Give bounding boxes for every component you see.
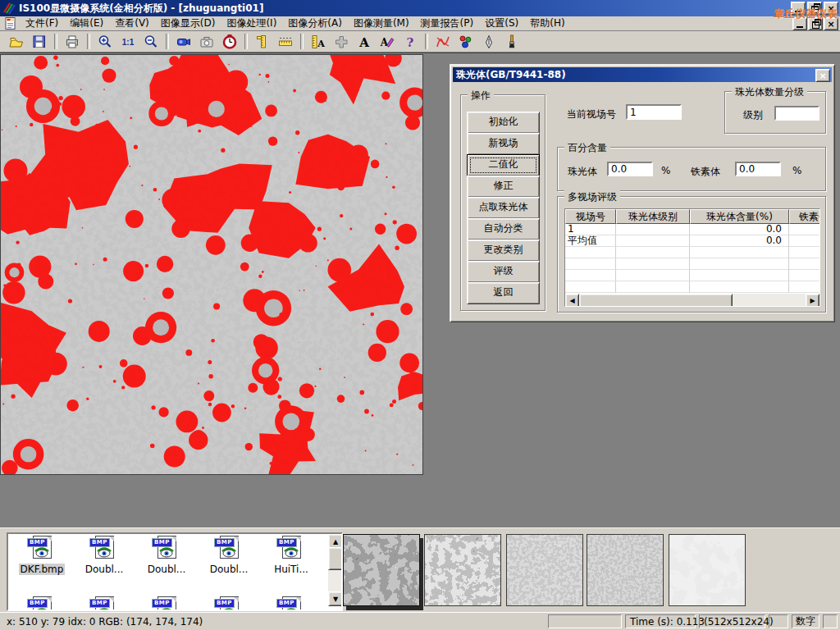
- text-edit-icon[interactable]: A: [377, 32, 398, 51]
- thumbnail-5[interactable]: [669, 534, 746, 606]
- restore-icon: [812, 21, 819, 29]
- table-row[interactable]: [565, 281, 820, 293]
- file-list[interactable]: BMPDKF.bmpBMPDoubl...BMPDoubl...BMPDoubl…: [7, 532, 343, 611]
- toolbar: 1:1 A A A ?: [0, 31, 840, 52]
- measure-font-icon[interactable]: A: [308, 32, 329, 51]
- current-field-input[interactable]: [626, 104, 682, 120]
- brush-icon[interactable]: [501, 32, 523, 51]
- change-class-button[interactable]: 更改类别: [467, 240, 540, 262]
- vendor-watermark: 章丘仪器仪表: [774, 7, 838, 21]
- table-row[interactable]: [565, 270, 820, 281]
- menu-edit[interactable]: 编辑(E): [64, 16, 109, 31]
- new-field-button[interactable]: 新视场: [467, 133, 540, 155]
- document-icon[interactable]: [3, 16, 17, 30]
- pen-icon[interactable]: [478, 32, 500, 51]
- file-item[interactable]: BMPDoubl...: [74, 536, 135, 575]
- col-pearlite[interactable]: 珠光体含量(%): [690, 209, 789, 224]
- grade-level-label: 级别: [743, 108, 763, 122]
- ferrite-percent-input[interactable]: [735, 162, 781, 176]
- file-item[interactable]: BMP: [199, 596, 259, 611]
- operations-group: 操作 初始化 新视场 二值化 修正 点取珠光体 自动分类 更改类别 评级 返回: [460, 94, 546, 311]
- menu-image-display[interactable]: 图像显示(D): [155, 16, 221, 31]
- bmp-badge: BMP: [214, 538, 235, 547]
- image-eye-icon: [221, 546, 237, 558]
- zoom-in-icon[interactable]: [94, 32, 116, 51]
- bmp-badge: BMP: [152, 538, 172, 547]
- save-icon[interactable]: [29, 32, 50, 51]
- bmp-file-icon: BMP: [215, 536, 243, 562]
- grid-cross-icon[interactable]: [331, 32, 352, 51]
- file-item[interactable]: BMPDoubl...: [136, 536, 197, 575]
- menu-file[interactable]: 文件(F): [20, 16, 64, 31]
- file-item[interactable]: BMP: [136, 596, 197, 611]
- menu-image-analysis[interactable]: 图像分析(A): [282, 16, 348, 31]
- pearlite-percent-input[interactable]: [607, 162, 653, 176]
- col-field[interactable]: 视场号: [565, 209, 616, 224]
- auto-classify-button[interactable]: 自动分类: [467, 218, 540, 240]
- ruler-icon[interactable]: [275, 32, 296, 51]
- scrollbar-thumb[interactable]: [579, 294, 733, 307]
- table-row[interactable]: 1 0.0: [565, 224, 820, 235]
- dialog-close-button[interactable]: ×: [815, 69, 830, 82]
- menu-image-measure[interactable]: 图像测量(M): [348, 16, 415, 31]
- table-row[interactable]: [565, 258, 820, 270]
- file-item[interactable]: BMPHuiTi...: [261, 536, 322, 575]
- col-grade[interactable]: 珠光体级别: [616, 209, 690, 224]
- pick-pearlite-button[interactable]: 点取珠光体: [467, 197, 540, 219]
- bmp-badge: BMP: [89, 599, 110, 608]
- scroll-down-icon[interactable]: ▼: [328, 591, 343, 606]
- table-hscrollbar[interactable]: ◀ ▶: [565, 294, 819, 306]
- count-marker-icon[interactable]: [455, 32, 477, 51]
- grade-button[interactable]: 评级: [467, 261, 540, 283]
- menu-measure-report[interactable]: 测量报告(P): [415, 16, 480, 31]
- actual-size-icon[interactable]: 1:1: [117, 32, 139, 51]
- bmp-file-icon: BMP: [153, 536, 180, 562]
- correct-button[interactable]: 修正: [467, 176, 540, 198]
- thumbnail-4[interactable]: [587, 534, 664, 606]
- return-button[interactable]: 返回: [467, 282, 540, 304]
- text-icon[interactable]: A: [354, 32, 375, 51]
- scroll-left-icon[interactable]: ◀: [565, 294, 579, 307]
- scrollbar-track[interactable]: [733, 294, 806, 306]
- menu-settings[interactable]: 设置(S): [479, 16, 524, 31]
- menu-view[interactable]: 查看(V): [109, 16, 155, 31]
- help-icon[interactable]: ?: [399, 32, 421, 51]
- menu-help[interactable]: 帮助(H): [524, 16, 570, 31]
- group-caption: 操作: [468, 89, 494, 103]
- caliper-icon[interactable]: [252, 32, 273, 51]
- scrollbar-thumb[interactable]: [328, 547, 343, 570]
- col-ferrite[interactable]: 铁素体: [789, 209, 820, 224]
- file-item[interactable]: BMPDKF.bmp: [11, 536, 72, 575]
- metallographic-image[interactable]: [0, 54, 423, 475]
- timer-icon[interactable]: [219, 32, 240, 51]
- zoom-out-icon[interactable]: [140, 32, 162, 51]
- menu-image-processing[interactable]: 图像处理(I): [221, 16, 282, 31]
- table-row[interactable]: [565, 247, 820, 258]
- camera-icon[interactable]: [196, 32, 217, 51]
- current-field-label: 当前视场号: [567, 107, 616, 121]
- open-folder-icon[interactable]: [6, 32, 27, 51]
- bmp-badge: BMP: [27, 538, 48, 547]
- grade-level-input[interactable]: [774, 106, 819, 121]
- scroll-right-icon[interactable]: ▶: [806, 294, 819, 307]
- file-item[interactable]: BMP: [74, 596, 135, 611]
- thumbnail-3[interactable]: [506, 534, 583, 606]
- thumbnail-1[interactable]: [343, 534, 420, 606]
- cell-pearlite: 0.0: [690, 235, 789, 247]
- file-list-scrollbar[interactable]: ▲▼: [328, 534, 341, 606]
- init-button[interactable]: 初始化: [467, 112, 540, 134]
- curve-tool-icon[interactable]: [432, 32, 454, 51]
- table-row[interactable]: 平均值 0.0: [565, 235, 820, 247]
- camcorder-icon[interactable]: [173, 32, 194, 51]
- file-item[interactable]: BMP: [11, 596, 72, 611]
- title-bar[interactable]: IS100显微摄像系统(金相分析版) - [zhuguangti01] ×: [0, 0, 840, 16]
- file-item[interactable]: BMP: [261, 596, 322, 611]
- file-item[interactable]: BMPDoubl...: [199, 536, 259, 575]
- print-icon[interactable]: [62, 32, 83, 51]
- file-name: Doubl...: [136, 564, 197, 575]
- binarize-button[interactable]: 二值化: [467, 154, 540, 176]
- bmp-file-icon: BMP: [28, 596, 56, 611]
- file-name: HuiTi...: [261, 564, 322, 575]
- dialog-title-bar[interactable]: 珠光体(GB/T9441-88) ×: [453, 67, 832, 82]
- thumbnail-2[interactable]: [424, 534, 501, 606]
